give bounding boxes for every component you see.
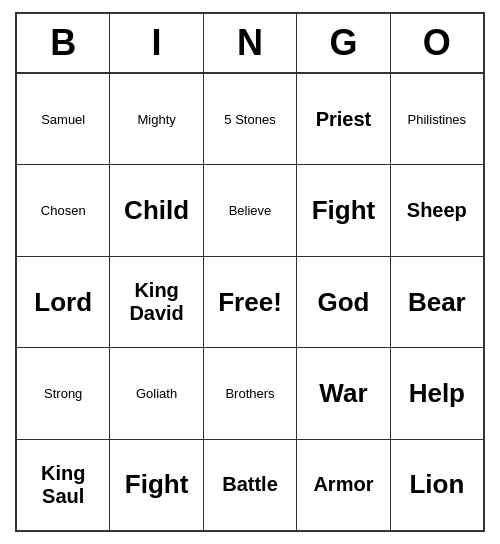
bingo-cell-2-1: King David	[110, 257, 203, 347]
bingo-row-0: SamuelMighty5 StonesPriestPhilistines	[17, 74, 483, 165]
bingo-cell-3-0: Strong	[17, 348, 110, 438]
bingo-cell-0-1: Mighty	[110, 74, 203, 164]
bingo-cell-4-4: Lion	[391, 440, 483, 530]
bingo-cell-4-1: Fight	[110, 440, 203, 530]
bingo-header: BINGO	[17, 14, 483, 74]
bingo-cell-1-4: Sheep	[391, 165, 483, 255]
header-letter-B: B	[17, 14, 110, 72]
bingo-cell-1-3: Fight	[297, 165, 390, 255]
bingo-cell-2-3: God	[297, 257, 390, 347]
header-letter-N: N	[204, 14, 297, 72]
bingo-cell-3-4: Help	[391, 348, 483, 438]
bingo-row-3: StrongGoliathBrothersWarHelp	[17, 348, 483, 439]
bingo-cell-0-0: Samuel	[17, 74, 110, 164]
bingo-body: SamuelMighty5 StonesPriestPhilistinesCho…	[17, 74, 483, 530]
bingo-cell-2-4: Bear	[391, 257, 483, 347]
bingo-cell-2-0: Lord	[17, 257, 110, 347]
bingo-card: BINGO SamuelMighty5 StonesPriestPhilisti…	[15, 12, 485, 532]
bingo-cell-1-2: Believe	[204, 165, 297, 255]
bingo-cell-3-3: War	[297, 348, 390, 438]
bingo-row-2: LordKing DavidFree!GodBear	[17, 257, 483, 348]
bingo-cell-0-3: Priest	[297, 74, 390, 164]
bingo-cell-3-2: Brothers	[204, 348, 297, 438]
header-letter-I: I	[110, 14, 203, 72]
bingo-cell-2-2: Free!	[204, 257, 297, 347]
bingo-row-4: King SaulFightBattleArmorLion	[17, 440, 483, 530]
bingo-cell-0-2: 5 Stones	[204, 74, 297, 164]
bingo-cell-1-0: Chosen	[17, 165, 110, 255]
bingo-cell-3-1: Goliath	[110, 348, 203, 438]
bingo-cell-4-0: King Saul	[17, 440, 110, 530]
bingo-row-1: ChosenChildBelieveFightSheep	[17, 165, 483, 256]
bingo-cell-4-3: Armor	[297, 440, 390, 530]
bingo-cell-0-4: Philistines	[391, 74, 483, 164]
header-letter-O: O	[391, 14, 483, 72]
bingo-cell-4-2: Battle	[204, 440, 297, 530]
header-letter-G: G	[297, 14, 390, 72]
bingo-cell-1-1: Child	[110, 165, 203, 255]
